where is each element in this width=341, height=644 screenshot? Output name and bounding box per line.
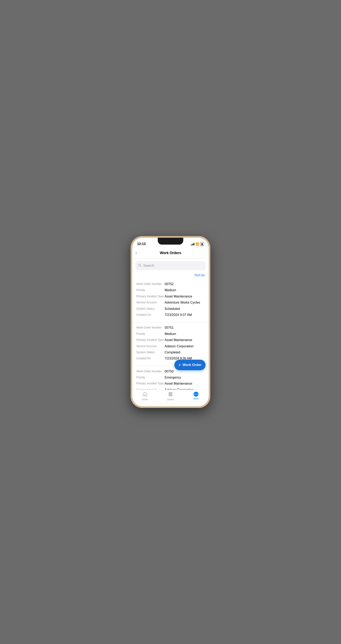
status-bar: 12:13 📶 ▮ bbox=[132, 238, 209, 248]
wo-label-priority: Priority bbox=[136, 375, 165, 380]
wo-field-incident-type: Primary Incident Type Asset Maintenance bbox=[136, 294, 205, 299]
wo-label-system-status: System Status bbox=[136, 306, 165, 311]
search-input[interactable]: Search bbox=[143, 264, 154, 268]
wo-value-priority: Emergency bbox=[165, 375, 205, 380]
status-time: 12:13 bbox=[137, 242, 146, 246]
tab-bar: Home Library bbox=[132, 390, 209, 406]
wo-value-system-status: Completed bbox=[165, 350, 205, 355]
wo-label-created-on: Created On bbox=[136, 313, 165, 317]
search-container: Search bbox=[132, 258, 209, 272]
tab-more-label: More bbox=[193, 398, 198, 400]
wo-label-service-account: Service Account bbox=[136, 388, 165, 390]
svg-rect-3 bbox=[170, 392, 171, 396]
wo-value-service-account: Adatum Corporation bbox=[165, 388, 205, 390]
wo-label-priority: Priority bbox=[136, 288, 165, 292]
wo-value-service-account: Adatum Corporation bbox=[165, 344, 205, 348]
phone-device: 12:13 📶 ▮ ‹ Work Orders bbox=[131, 236, 210, 408]
wo-label-number: Work Order Number bbox=[136, 282, 165, 286]
home-icon bbox=[143, 392, 147, 398]
library-icon bbox=[168, 392, 173, 398]
wo-field-incident-type: Primary Incident Type Asset Maintenance bbox=[136, 338, 205, 342]
notch bbox=[158, 238, 183, 244]
search-bar[interactable]: Search bbox=[135, 261, 206, 270]
create-work-order-fab[interactable]: + Work Order bbox=[174, 360, 206, 370]
wo-value-incident-type: Asset Maintenance bbox=[165, 381, 205, 386]
signal-icon bbox=[191, 242, 194, 246]
status-icons: 📶 ▮ bbox=[191, 242, 204, 246]
fab-label: Work Order bbox=[183, 363, 202, 367]
back-button[interactable]: ‹ bbox=[135, 250, 137, 256]
content-area[interactable]: Search Sort by Work Order Number 00752 P… bbox=[132, 258, 209, 390]
sort-by-button[interactable]: Sort by bbox=[194, 273, 205, 277]
nav-header: ‹ Work Orders bbox=[132, 248, 209, 258]
wo-label-incident-type: Primary Incident Type bbox=[136, 338, 165, 342]
search-icon bbox=[138, 264, 142, 268]
wo-label-incident-type: Primary Incident Type bbox=[136, 294, 165, 298]
wo-field-service-account: Service Account Adventure Works Cycles bbox=[136, 300, 205, 305]
wo-label-priority: Priority bbox=[136, 332, 165, 336]
wo-label-service-account: Service Account bbox=[136, 300, 165, 304]
wifi-icon: 📶 bbox=[196, 242, 199, 246]
page-title: Work Orders bbox=[160, 251, 181, 255]
wo-value-number: 00752 bbox=[165, 282, 205, 286]
sort-row: Sort by bbox=[132, 272, 209, 279]
wo-label-number: Work Order Number bbox=[136, 326, 165, 330]
wo-value-incident-type: Asset Maintenance bbox=[165, 338, 205, 342]
wo-field-number: Work Order Number 00752 bbox=[136, 282, 205, 286]
wo-field-system-status: System Status Scheduled bbox=[136, 306, 205, 311]
wo-field-priority: Priority Medium bbox=[136, 288, 205, 292]
svg-rect-2 bbox=[169, 392, 170, 396]
wo-label-number: Work Order Number bbox=[136, 369, 165, 374]
tab-library-label: Library bbox=[167, 398, 174, 401]
fab-plus-icon: + bbox=[178, 363, 181, 367]
wo-value-service-account: Adventure Works Cycles bbox=[165, 300, 205, 305]
wo-value-created-on: 7/23/2024 9:37 AM bbox=[165, 313, 205, 317]
phone-screen-container: 12:13 📶 ▮ ‹ Work Orders bbox=[132, 238, 209, 406]
wo-label-service-account: Service Account bbox=[136, 344, 165, 348]
wo-label-created-on: Created On bbox=[136, 356, 165, 360]
wo-field-incident-type: Primary Incident Type Asset Maintenance bbox=[136, 381, 205, 386]
more-dots-icon bbox=[194, 392, 198, 396]
svg-rect-4 bbox=[171, 392, 172, 396]
wo-field-priority: Priority Medium bbox=[136, 332, 205, 336]
tab-more[interactable]: More bbox=[183, 392, 209, 400]
tab-home-label: Home bbox=[142, 398, 148, 401]
tab-library[interactable]: Library bbox=[158, 392, 183, 401]
wo-label-system-status: System Status bbox=[136, 350, 165, 354]
wo-field-created-on: Created On 7/23/2024 9:37 AM bbox=[136, 313, 205, 317]
wo-field-priority: Priority Emergency bbox=[136, 375, 205, 380]
wo-label-incident-type: Primary Incident Type bbox=[136, 381, 165, 386]
wo-field-system-status: System Status Completed bbox=[136, 350, 205, 355]
wo-value-priority: Medium bbox=[165, 288, 205, 292]
wo-field-service-account: Service Account Adatum Corporation bbox=[136, 388, 205, 390]
battery-icon: ▮ bbox=[200, 242, 204, 246]
svg-line-1 bbox=[141, 266, 141, 267]
app-screen: 12:13 📶 ▮ ‹ Work Orders bbox=[132, 238, 209, 406]
wo-value-system-status: Scheduled bbox=[165, 306, 205, 311]
tab-home[interactable]: Home bbox=[132, 392, 158, 401]
wo-value-number: 00751 bbox=[165, 326, 205, 330]
more-icon bbox=[194, 392, 198, 396]
wo-field-number: Work Order Number 00751 bbox=[136, 326, 205, 330]
work-order-card[interactable]: Work Order Number 00752 Priority Medium … bbox=[132, 279, 209, 322]
wo-value-incident-type: Asset Maintenance bbox=[165, 294, 205, 299]
wo-field-service-account: Service Account Adatum Corporation bbox=[136, 344, 205, 348]
wo-value-priority: Medium bbox=[165, 332, 205, 336]
